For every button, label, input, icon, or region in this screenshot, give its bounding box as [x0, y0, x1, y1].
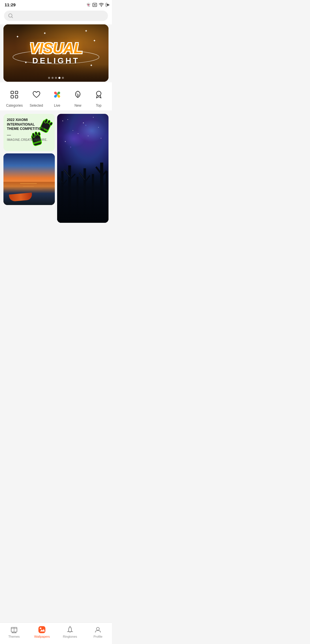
- content-area: 2022 XIAOMI INTERNATIONAL THEME COMPETIT…: [0, 110, 112, 246]
- right-column: [57, 114, 108, 223]
- snapchat-icon: 👻: [86, 3, 91, 7]
- category-nav: Categories Selected Live: [0, 82, 112, 110]
- nav-categories[interactable]: Categories: [6, 87, 23, 108]
- top-label: Top: [96, 104, 101, 108]
- nav-selected[interactable]: Selected: [29, 87, 44, 108]
- pinwheel-icon: [52, 89, 62, 100]
- forest-wallpaper-card[interactable]: [57, 114, 108, 223]
- competition-year: 2022 XIAOMI: [7, 118, 51, 122]
- status-bar: 11:29 👻 90: [0, 0, 112, 8]
- hero-pagination-dots: [48, 77, 64, 79]
- competition-line2: INTERNATIONAL: [7, 122, 51, 127]
- forest-ground-overlay: [57, 163, 108, 223]
- top-icon-wrap: [92, 87, 106, 102]
- search-bar[interactable]: [4, 11, 108, 21]
- new-icon-wrap: [71, 87, 85, 102]
- live-label: Live: [54, 104, 60, 108]
- competition-dash: —: [7, 132, 51, 137]
- nav-new[interactable]: New: [71, 87, 85, 108]
- lake-reflections: [3, 182, 55, 199]
- hero-title-line1: VISUAL: [30, 41, 83, 56]
- heart-icon: [31, 89, 42, 100]
- competition-line3: THEME COMPETITION: [7, 127, 51, 131]
- hero-banner[interactable]: ✦ ✦ ✦ ✦ ✦ ✦ VISUAL DELIGHT: [3, 24, 108, 82]
- search-container: [0, 8, 112, 24]
- svg-rect-8: [11, 95, 13, 98]
- nav-top[interactable]: Top: [92, 87, 106, 108]
- live-icon-wrap: [50, 87, 64, 102]
- svg-line-11: [77, 93, 78, 95]
- hero-dot-2[interactable]: [52, 77, 54, 79]
- svg-point-13: [96, 91, 101, 96]
- grid-icon: [9, 89, 20, 100]
- competition-sub: IMAGINE.CREATE.INSPIRE.: [7, 138, 51, 141]
- selected-icon-wrap: [29, 87, 44, 102]
- selected-label: Selected: [30, 104, 43, 108]
- hero-dot-5[interactable]: [62, 77, 64, 79]
- new-label: New: [74, 104, 81, 108]
- wifi-icon: [99, 3, 104, 7]
- x-icon: [92, 3, 97, 7]
- search-input[interactable]: [16, 13, 104, 18]
- wallpaper-grid: 2022 XIAOMI INTERNATIONAL THEME COMPETIT…: [0, 110, 112, 223]
- status-icons: 👻 90: [86, 3, 107, 7]
- categories-icon-wrap: [7, 87, 22, 102]
- lake-wallpaper-card[interactable]: [3, 153, 55, 205]
- nav-live[interactable]: Live: [50, 87, 64, 108]
- nebula-glow-2: [62, 130, 85, 147]
- hero-dot-3[interactable]: [55, 77, 57, 79]
- left-column: 2022 XIAOMI INTERNATIONAL THEME COMPETIT…: [3, 114, 55, 223]
- svg-rect-7: [15, 91, 18, 94]
- hero-dot-4[interactable]: [59, 77, 61, 79]
- categories-label: Categories: [6, 104, 23, 108]
- hero-text: VISUAL DELIGHT: [3, 24, 108, 82]
- competition-card[interactable]: 2022 XIAOMI INTERNATIONAL THEME COMPETIT…: [3, 114, 55, 151]
- leaf-icon: [73, 89, 83, 100]
- svg-rect-9: [15, 95, 18, 98]
- ribbon-icon: [94, 89, 104, 100]
- svg-line-4: [12, 17, 13, 18]
- competition-text: 2022 XIAOMI INTERNATIONAL THEME COMPETIT…: [7, 118, 51, 141]
- search-icon: [8, 13, 13, 18]
- lake-sky: [3, 153, 55, 184]
- hero-title-line2: DELIGHT: [32, 56, 80, 65]
- battery-indicator: 90: [106, 3, 107, 7]
- hero-dot-1[interactable]: [48, 77, 50, 79]
- svg-rect-6: [11, 91, 13, 94]
- status-time: 11:29: [5, 2, 16, 7]
